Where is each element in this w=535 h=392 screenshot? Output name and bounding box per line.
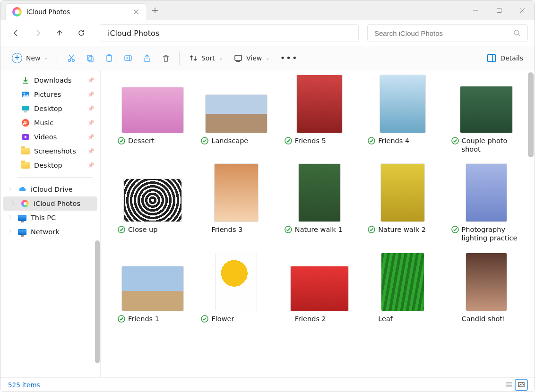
sidebar-tree-network[interactable]: 〉 Network [0,225,100,239]
photo-thumbnail[interactable] [381,253,424,311]
content-scrollbar[interactable] [528,72,534,157]
details-icon [487,54,496,62]
address-bar[interactable]: iCloud Photos [100,24,359,42]
sort-button[interactable]: Sort ⌄ [184,51,227,65]
sidebar-item-pictures[interactable]: Pictures 📌 [0,87,100,102]
sidebar-item-desktop[interactable]: Desktop 📌 [0,158,100,172]
photo-thumbnail[interactable] [216,253,257,311]
new-tab-button[interactable] [147,0,163,20]
photo-tile[interactable]: Couple photo shoot [451,75,521,153]
view-icon [234,54,242,62]
photo-tile[interactable]: Friends 2 [285,253,354,323]
chevron-right-icon[interactable]: 〉 [9,229,14,235]
more-button[interactable]: ••• [276,50,302,66]
photo-thumbnail[interactable] [206,95,267,133]
details-view-toggle[interactable] [503,380,515,390]
photo-tile[interactable]: Flower [201,253,271,323]
photo-thumbnail[interactable] [291,266,348,311]
photo-tile[interactable]: Friends 5 [285,75,354,153]
pin-icon[interactable]: 📌 [87,162,95,169]
pin-icon[interactable]: 📌 [87,119,95,126]
sidebar-tree-this-pc[interactable]: 〉 This PC [0,211,100,225]
photo-tile[interactable]: Nature walk 1 [285,164,354,242]
chevron-right-icon[interactable]: 〉 [9,186,14,193]
search-box[interactable] [367,24,528,42]
sidebar[interactable]: Downloads 📌 Pictures 📌 Desktop 📌 Music 📌… [0,70,101,377]
photo-thumbnail[interactable] [122,266,183,311]
close-window-button[interactable] [511,0,535,20]
cut-button[interactable] [63,51,80,66]
refresh-button[interactable] [72,24,90,42]
photo-tile[interactable]: Friends 1 [118,253,188,323]
icons-view-toggle[interactable] [516,380,527,390]
up-button[interactable] [51,24,69,42]
pin-icon[interactable]: 📌 [87,148,95,154]
chevron-right-icon[interactable]: 〉 [9,214,14,221]
sidebar-tree-icloud-drive[interactable]: 〉 iCloud Drive [0,182,100,196]
photo-tile[interactable]: Close up [118,164,188,242]
sync-status-icon [451,226,459,233]
photo-thumbnail[interactable] [381,164,424,222]
address-text: iCloud Photos [108,29,159,38]
forward-button[interactable] [29,24,47,42]
details-label: Details [500,54,523,62]
photo-thumbnail[interactable] [460,86,512,133]
rename-button[interactable] [120,51,137,66]
back-button[interactable] [7,24,25,42]
sidebar-item-screenshots[interactable]: Screenshots 📌 [0,144,100,158]
pin-icon[interactable]: 📌 [87,105,95,112]
photo-tile[interactable]: Candid shot! [451,253,521,323]
sidebar-scrollbar[interactable] [95,240,100,363]
chevron-right-icon[interactable]: 〉 [12,200,17,207]
minimize-button[interactable] [464,0,487,20]
sidebar-item-downloads[interactable]: Downloads 📌 [0,73,100,87]
photo-thumbnail[interactable] [297,75,342,133]
sidebar-item-label: iCloud Drive [31,186,73,193]
photo-tile[interactable]: Friends 4 [368,75,438,153]
search-input[interactable] [374,29,513,37]
new-button[interactable]: + New ⌄ [7,50,53,66]
sidebar-item-music[interactable]: Music 📌 [0,116,100,130]
maximize-button[interactable] [487,0,511,20]
navigation-bar: iCloud Photos [0,20,535,46]
network-icon [18,228,26,236]
pin-icon[interactable]: 📌 [87,134,95,140]
delete-button[interactable] [157,51,174,66]
photo-name: Landscape [211,136,248,145]
photo-thumbnail[interactable] [299,164,340,222]
view-button[interactable]: View ⌄ [229,51,275,65]
sidebar-item-videos[interactable]: Videos 📌 [0,130,100,144]
sidebar-item-label: Music [34,119,53,127]
photo-thumbnail[interactable] [215,164,258,222]
window-tab[interactable]: iCloud Photos [5,3,147,20]
content-area[interactable]: Dessert Landscape Friends 5 Friends 4 Co [101,70,535,377]
body: Downloads 📌 Pictures 📌 Desktop 📌 Music 📌… [0,70,535,377]
close-tab-icon[interactable] [133,9,139,15]
app-icon [21,199,29,208]
pin-icon[interactable]: 📌 [87,91,95,98]
photo-tile[interactable]: Leaf [368,253,438,323]
pin-icon[interactable]: 📌 [87,77,95,84]
photo-tile[interactable]: Dessert [118,75,188,153]
photo-tile[interactable]: Friends 3 [201,164,271,242]
copy-button[interactable] [82,51,99,66]
window-controls [464,0,535,20]
photo-name: Close up [128,225,158,234]
photo-thumbnail[interactable] [124,179,181,222]
photo-thumbnail[interactable] [466,164,507,222]
photo-tile[interactable]: Nature walk 2 [368,164,438,242]
details-pane-button[interactable]: Details [482,51,528,65]
sync-status-icon [285,137,292,145]
paste-button[interactable] [101,51,118,66]
sidebar-item-desktop[interactable]: Desktop 📌 [0,102,100,116]
photo-thumbnail[interactable] [380,75,425,133]
new-label: New [26,54,41,62]
photo-thumbnail[interactable] [466,253,507,311]
share-button[interactable] [138,51,155,66]
photo-thumbnail[interactable] [122,87,183,133]
sidebar-tree-icloud-photos[interactable]: 〉 iCloud Photos [3,196,97,211]
sync-status-icon [201,137,208,145]
search-icon [513,29,521,37]
photo-tile[interactable]: Photography lighting practice [451,164,521,242]
photo-tile[interactable]: Landscape [201,75,271,153]
